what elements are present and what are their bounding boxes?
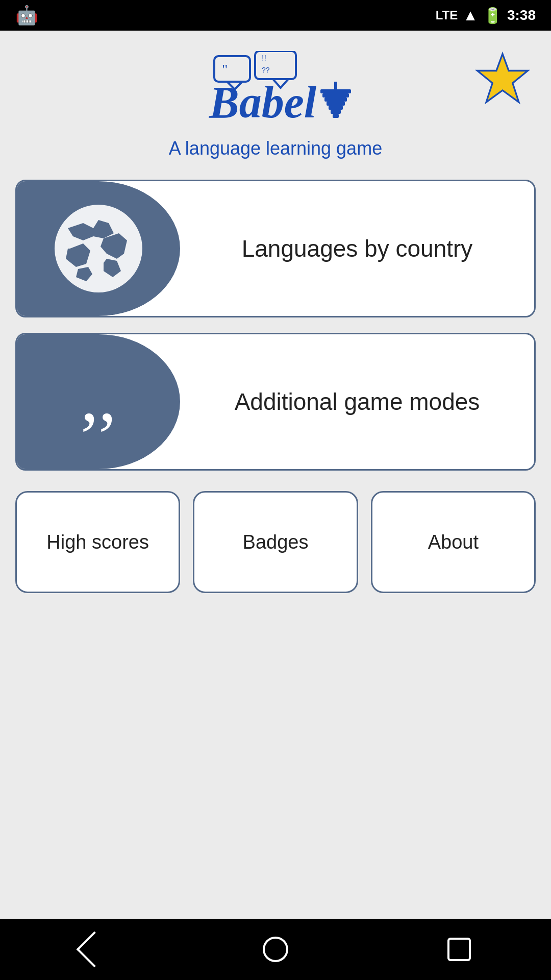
- svg-rect-14: [333, 114, 339, 118]
- svg-rect-9: [322, 93, 349, 97]
- back-icon: [77, 932, 113, 968]
- app-subtitle: A language learning game: [169, 138, 382, 159]
- svg-text:": ": [222, 61, 228, 77]
- svg-rect-10: [324, 97, 347, 102]
- robot-icon: 🤖: [15, 5, 38, 26]
- quote-icon-container: ,,: [17, 334, 180, 469]
- additional-game-modes-label: Additional game modes: [180, 334, 534, 469]
- battery-icon: 🔋: [483, 7, 502, 24]
- badges-button[interactable]: Badges: [193, 491, 358, 593]
- home-button[interactable]: [255, 929, 296, 970]
- additional-game-modes-button[interactable]: ,, Additional game modes: [15, 333, 536, 471]
- header-center: " !! ?? Babel A language learning: [169, 51, 382, 159]
- signal-icon: ▲: [463, 7, 478, 24]
- status-bar: 🤖 LTE ▲ 🔋 3:38: [0, 0, 551, 31]
- svg-rect-15: [334, 82, 337, 90]
- badges-label: Badges: [243, 531, 309, 553]
- robot-icon-container: 🤖: [15, 5, 38, 26]
- lte-icon: LTE: [436, 8, 458, 22]
- header: " !! ?? Babel A language learning: [15, 51, 536, 159]
- svg-rect-11: [327, 102, 345, 106]
- star-icon: [474, 51, 531, 107]
- svg-rect-8: [320, 89, 351, 93]
- svg-text:!!: !!: [262, 54, 266, 63]
- about-label: About: [428, 531, 479, 553]
- star-button[interactable]: [474, 51, 531, 114]
- high-scores-label: High scores: [46, 531, 149, 553]
- small-buttons: High scores Badges About: [15, 491, 536, 593]
- high-scores-button[interactable]: High scores: [15, 491, 180, 593]
- menu-buttons: Languages by country ,, Additional game …: [15, 180, 536, 471]
- globe-icon-container: [17, 181, 180, 316]
- svg-rect-13: [331, 110, 341, 114]
- app-logo-svg: " !! ?? Babel: [189, 51, 362, 133]
- back-button[interactable]: [71, 929, 112, 970]
- time-display: 3:38: [507, 7, 536, 23]
- svg-rect-12: [329, 106, 343, 110]
- main-content: " !! ?? Babel A language learning: [0, 31, 551, 919]
- svg-text:Babel: Babel: [209, 78, 317, 127]
- languages-by-country-button[interactable]: Languages by country: [15, 180, 536, 317]
- svg-rect-3: [255, 51, 296, 79]
- home-icon: [263, 937, 288, 962]
- languages-by-country-label: Languages by country: [180, 181, 534, 316]
- about-button[interactable]: About: [371, 491, 536, 593]
- recents-icon: [447, 938, 471, 961]
- svg-text:??: ??: [262, 66, 270, 74]
- recents-button[interactable]: [439, 929, 480, 970]
- svg-marker-16: [478, 54, 528, 103]
- globe-icon: [47, 198, 149, 300]
- quote-icon: ,,: [81, 372, 116, 432]
- status-icons: LTE ▲ 🔋 3:38: [436, 7, 536, 24]
- nav-bar: [0, 919, 551, 980]
